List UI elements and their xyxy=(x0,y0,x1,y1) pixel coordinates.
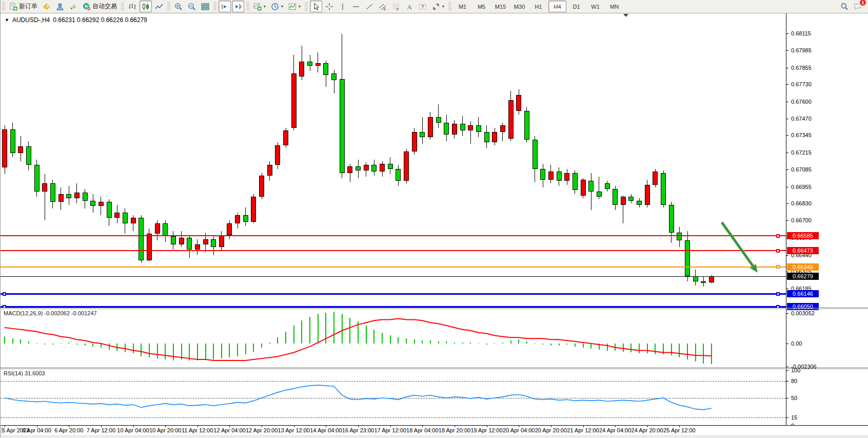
pane-separator[interactable] xyxy=(1,368,868,368)
notification-badge: 1 xyxy=(859,0,866,6)
chart-collapse-icon[interactable]: ▼ xyxy=(5,17,9,23)
time-axis[interactable]: 5 Apr 20236 Apr 04:006 Apr 20:007 Apr 12… xyxy=(1,425,868,435)
line-handle[interactable] xyxy=(776,265,780,269)
timeframe-w1-label: W1 xyxy=(591,4,600,10)
chevron-down-icon[interactable]: ▾ xyxy=(299,4,301,9)
trendline-button[interactable] xyxy=(363,1,376,12)
trend-arrow-annotation[interactable] xyxy=(1,13,786,308)
chart-shift-button[interactable] xyxy=(219,1,231,12)
periods-button[interactable]: ▾ xyxy=(269,1,285,12)
timeframe-h4-button[interactable]: H4 xyxy=(548,1,566,12)
horizontal-line[interactable] xyxy=(1,276,786,277)
market-gold-button[interactable] xyxy=(41,1,53,12)
timeframe-m30-button[interactable]: M30 xyxy=(510,1,528,12)
macd-histogram-bar xyxy=(12,338,13,344)
auto-scroll-button[interactable] xyxy=(232,1,244,12)
macd-histogram-bar xyxy=(149,344,150,357)
horizontal-line[interactable] xyxy=(1,293,786,295)
text-button[interactable]: A xyxy=(403,1,416,12)
chevron-down-icon[interactable]: ▾ xyxy=(281,4,283,9)
macd-histogram-bar xyxy=(36,344,37,344)
candle-body xyxy=(2,129,7,168)
macd-histogram-bar xyxy=(695,344,696,361)
candle-body xyxy=(219,235,224,247)
line-handle[interactable] xyxy=(3,292,6,296)
indicators-button[interactable]: ▾ xyxy=(251,1,268,12)
price-tick-label: 0.66955 xyxy=(791,184,812,190)
time-label: 11 Apr 12:00 xyxy=(182,427,213,433)
cursor-button[interactable] xyxy=(310,1,322,12)
equidistant-channel-button[interactable]: E xyxy=(377,1,389,12)
timeframe-m5-button[interactable]: M5 xyxy=(472,1,490,12)
tile-windows-button[interactable] xyxy=(199,1,211,12)
time-label: 20 Apr 20:00 xyxy=(535,427,567,433)
candle-body xyxy=(516,95,521,111)
signals-button[interactable] xyxy=(67,1,80,12)
timeframe-h1-button[interactable]: H1 xyxy=(529,1,547,12)
price-tick-label: 0.67855 xyxy=(791,65,812,71)
macd-histogram-bar xyxy=(269,342,270,344)
crosshair-button[interactable] xyxy=(323,1,336,12)
macd-histogram-bar xyxy=(366,326,367,344)
timeframe-w1-button[interactable]: W1 xyxy=(586,1,604,12)
price-chart-pane[interactable]: ▼ AUDUSD-,H4 0.66231 0.66292 0.66226 0.6… xyxy=(1,13,786,308)
candle-body xyxy=(428,117,433,137)
candles-icon xyxy=(142,3,150,11)
new-order-button[interactable]: 新订单 xyxy=(7,1,40,12)
line-handle[interactable] xyxy=(776,234,780,238)
time-label: 10 Apr 20:00 xyxy=(149,427,181,433)
chevron-down-icon[interactable]: ▾ xyxy=(442,4,444,9)
line-handle[interactable] xyxy=(776,249,780,253)
community-button[interactable] xyxy=(54,1,66,12)
candle-body xyxy=(588,181,594,192)
macd-histogram-bar xyxy=(76,344,77,345)
toolbar-grip xyxy=(2,2,5,11)
macd-indicator-pane[interactable]: MACD(12,26,9) -0.002062 -0.001247 xyxy=(1,309,786,368)
macd-histogram-bar xyxy=(454,342,455,344)
text-label-button[interactable]: T xyxy=(417,1,429,12)
chevron-down-icon[interactable]: ▾ xyxy=(264,4,266,9)
candle-body xyxy=(685,240,690,276)
time-label: 17 Apr 12:00 xyxy=(374,427,406,433)
time-label: 20 Apr 04:00 xyxy=(503,427,535,433)
macd-histogram-bar xyxy=(333,312,334,344)
auto-trading-button[interactable]: 自动交易 xyxy=(81,1,119,12)
vertical-line-button[interactable] xyxy=(337,1,349,12)
zoom-in-button[interactable] xyxy=(172,1,185,12)
zoom-out-icon xyxy=(188,3,196,11)
chat-button[interactable]: 1 xyxy=(852,1,864,12)
chart-line-button[interactable] xyxy=(153,1,165,12)
timeframe-m1-button[interactable]: M1 xyxy=(453,1,471,12)
chart-bars-button[interactable] xyxy=(126,1,139,12)
rsi-indicator-pane[interactable]: RSI(14) 31.6003 xyxy=(1,369,786,425)
candle-body xyxy=(508,100,514,139)
candle-body xyxy=(420,132,425,137)
toolbar-grip xyxy=(448,2,451,11)
timeframe-m15-button[interactable]: M15 xyxy=(491,1,509,12)
price-axis[interactable]: 0.681150.679850.678550.677300.676000.674… xyxy=(786,13,868,434)
zoom-out-button[interactable] xyxy=(186,1,198,12)
horizontal-line[interactable] xyxy=(1,250,786,251)
chart-shift-marker[interactable] xyxy=(623,14,628,17)
candle-body xyxy=(476,125,481,132)
horizontal-line[interactable] xyxy=(1,266,786,268)
chart-candles-button[interactable] xyxy=(140,1,152,12)
time-label: 13 Apr 12:00 xyxy=(278,427,310,433)
templates-button[interactable]: ▾ xyxy=(286,1,303,12)
timeframe-mn-button[interactable]: MN xyxy=(605,1,623,12)
timeframe-d1-button[interactable]: D1 xyxy=(567,1,585,12)
arrows-button[interactable]: ▾ xyxy=(430,1,446,12)
search-button[interactable] xyxy=(838,1,851,12)
macd-histogram-bar xyxy=(342,314,343,344)
horizontal-line[interactable] xyxy=(1,235,786,236)
pane-separator[interactable] xyxy=(1,308,868,308)
candle-body xyxy=(460,124,465,130)
horizontal-line-button[interactable] xyxy=(350,1,362,12)
candle-body xyxy=(637,201,642,205)
macd-histogram-bar xyxy=(630,344,632,352)
line-handle[interactable] xyxy=(776,292,780,296)
price-tick xyxy=(786,84,788,85)
fibonacci-button[interactable]: F xyxy=(390,1,402,12)
rsi-level-line xyxy=(1,417,786,418)
candle-body xyxy=(661,173,666,205)
